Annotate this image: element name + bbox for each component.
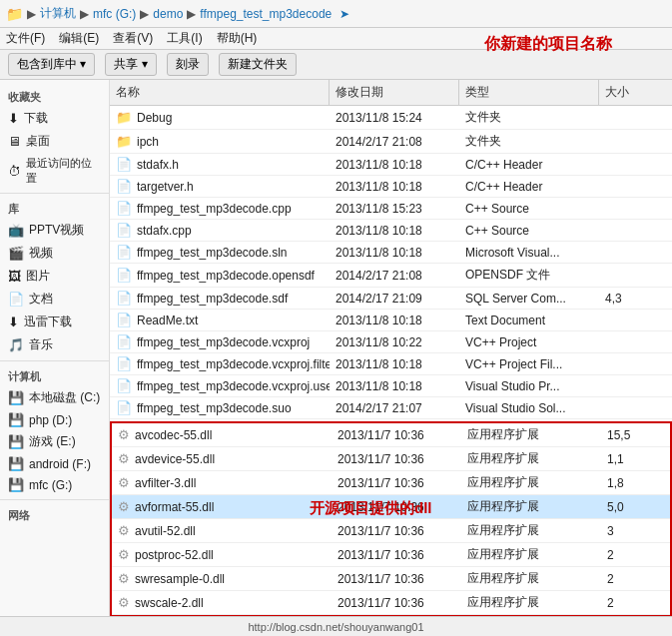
sidebar-item-download[interactable]: ⬇ 下载 bbox=[0, 107, 109, 130]
file-date: 2014/2/17 21:08 bbox=[330, 266, 459, 286]
sidebar-item-xunlei[interactable]: ⬇ 迅雷下载 bbox=[0, 311, 109, 333]
path-computer[interactable]: 计算机 bbox=[40, 5, 76, 22]
annotation-project-name: 你新建的项目名称 bbox=[484, 34, 612, 55]
file-size bbox=[599, 318, 659, 323]
menu-file[interactable]: 文件(F) bbox=[6, 30, 45, 47]
table-row[interactable]: ⚙ swscale-2.dll 2013/11/7 10:36 应用程序扩展 2 bbox=[112, 591, 670, 615]
file-size bbox=[599, 162, 659, 168]
table-row[interactable]: 📄 ffmpeg_test_mp3decode.sln 2013/11/8 10… bbox=[110, 242, 672, 264]
menu-tools[interactable]: 工具(I) bbox=[167, 30, 202, 47]
file-date: 2013/11/8 10:18 bbox=[330, 376, 459, 396]
e-drive-icon: 💾 bbox=[8, 434, 24, 449]
regular-files: 📁 Debug 2013/11/8 15:24 文件夹 📁 ipch 2014/… bbox=[110, 106, 672, 419]
table-row[interactable]: 📁 Debug 2013/11/8 15:24 文件夹 bbox=[110, 106, 672, 130]
table-row[interactable]: 📄 ffmpeg_test_mp3decode.vcxproj.user 201… bbox=[110, 375, 672, 397]
file-icon: 📄 bbox=[116, 400, 132, 415]
table-row[interactable]: ⚙ avfilter-3.dll 2013/11/7 10:36 应用程序扩展 … bbox=[112, 471, 670, 495]
dll-size: 1,8 bbox=[601, 473, 661, 493]
table-row[interactable]: 📁 ipch 2014/2/17 21:08 文件夹 bbox=[110, 130, 672, 154]
table-row[interactable]: 📄 ffmpeg_test_mp3decode.vcxproj 2013/11/… bbox=[110, 331, 672, 353]
dll-name: avdevice-55.dll bbox=[135, 452, 215, 466]
table-row[interactable]: 📄 targetver.h 2013/11/8 10:18 C/C++ Head… bbox=[110, 176, 672, 198]
table-row[interactable]: 📄 ffmpeg_test_mp3decode.opensdf 2014/2/1… bbox=[110, 264, 672, 288]
dll-name: swresample-0.dll bbox=[135, 572, 225, 586]
sidebar-item-desktop[interactable]: 🖥 桌面 bbox=[0, 130, 109, 153]
sidebar-item-documents[interactable]: 📄 文档 bbox=[0, 288, 109, 311]
sidebar-item-pptv[interactable]: 📺 PPTV视频 bbox=[0, 219, 109, 242]
table-row[interactable]: 📄 ffmpeg_test_mp3decode.vcxproj.filters … bbox=[110, 353, 672, 375]
file-type: VC++ Project bbox=[459, 332, 599, 352]
table-row[interactable]: ⚙ swresample-0.dll 2013/11/7 10:36 应用程序扩… bbox=[112, 567, 670, 591]
dll-icon: ⚙ bbox=[118, 547, 130, 562]
file-name: ffmpeg_test_mp3decode.cpp bbox=[137, 202, 292, 216]
path-drive[interactable]: mfc (G:) bbox=[93, 7, 136, 21]
dll-name: postproc-52.dll bbox=[135, 548, 214, 562]
dll-size: 5,0 bbox=[601, 497, 661, 517]
sidebar-label-f: android (F:) bbox=[29, 457, 91, 471]
sidebar: 收藏夹 ⬇ 下载 🖥 桌面 ⏱ 最近访问的位置 库 📺 PPTV视频 🎬 视频 … bbox=[0, 80, 110, 616]
table-row[interactable]: ⚙ avdevice-55.dll 2013/11/7 10:36 应用程序扩展… bbox=[112, 447, 670, 471]
desktop-icon: 🖥 bbox=[8, 134, 21, 149]
sidebar-item-c-drive[interactable]: 💾 本地磁盘 (C:) bbox=[0, 386, 109, 409]
sidebar-label-pptv: PPTV视频 bbox=[29, 222, 84, 239]
sidebar-item-pictures[interactable]: 🖼 图片 bbox=[0, 265, 109, 288]
table-row[interactable]: 📄 ffmpeg_test_mp3decode.suo 2014/2/17 21… bbox=[110, 397, 672, 419]
file-name: Debug bbox=[137, 111, 172, 125]
file-date: 2013/11/8 10:18 bbox=[330, 311, 459, 330]
main-layout: 收藏夹 ⬇ 下载 🖥 桌面 ⏱ 最近访问的位置 库 📺 PPTV视频 🎬 视频 … bbox=[0, 80, 672, 616]
file-size bbox=[599, 139, 659, 145]
table-row[interactable]: ⚙ postproc-52.dll 2013/11/7 10:36 应用程序扩展… bbox=[112, 543, 670, 567]
sidebar-item-g-drive[interactable]: 💾 mfc (G:) bbox=[0, 474, 109, 495]
file-size bbox=[599, 115, 659, 121]
table-row[interactable]: 📄 ReadMe.txt 2013/11/8 10:18 Text Docume… bbox=[110, 310, 672, 331]
new-folder-button[interactable]: 新建文件夹 bbox=[219, 53, 297, 76]
header-size[interactable]: 大小 bbox=[599, 80, 659, 105]
menu-view[interactable]: 查看(V) bbox=[113, 30, 153, 47]
header-name[interactable]: 名称 bbox=[110, 80, 330, 105]
sidebar-item-recent[interactable]: ⏱ 最近访问的位置 bbox=[0, 153, 109, 189]
file-list-header: 名称 修改日期 类型 大小 bbox=[110, 80, 672, 106]
file-type: 文件夹 bbox=[459, 130, 599, 153]
sidebar-label-g: mfc (G:) bbox=[29, 478, 72, 492]
sidebar-label-documents: 文档 bbox=[29, 291, 53, 308]
table-row[interactable]: 📄 stdafx.cpp 2013/11/8 10:18 C++ Source bbox=[110, 220, 672, 242]
sidebar-item-music[interactable]: 🎵 音乐 bbox=[0, 333, 109, 356]
dll-icon: ⚙ bbox=[118, 427, 130, 442]
burn-button[interactable]: 刻录 bbox=[167, 53, 209, 76]
path-project[interactable]: ffmpeg_test_mp3decode bbox=[200, 7, 332, 21]
folder-icon: 📁 bbox=[6, 6, 23, 22]
file-name: ffmpeg_test_mp3decode.sdf bbox=[137, 292, 288, 306]
table-row[interactable]: 📄 ffmpeg_test_mp3decode.sdf 2014/2/17 21… bbox=[110, 288, 672, 310]
table-row[interactable]: ⚙ avutil-52.dll 2013/11/7 10:36 应用程序扩展 3 bbox=[112, 519, 670, 543]
dll-icon: ⚙ bbox=[118, 595, 130, 610]
music-icon: 🎵 bbox=[8, 337, 24, 352]
table-row[interactable]: 📄 stdafx.h 2013/11/8 10:18 C/C++ Header bbox=[110, 154, 672, 176]
pptv-icon: 📺 bbox=[8, 223, 24, 238]
menu-edit[interactable]: 编辑(E) bbox=[59, 30, 99, 47]
file-size bbox=[599, 228, 659, 234]
path-demo[interactable]: demo bbox=[153, 7, 183, 21]
table-row[interactable]: ⚙ avcodec-55.dll 2013/11/7 10:36 应用程序扩展 … bbox=[112, 423, 670, 447]
file-date: 2013/11/8 10:18 bbox=[330, 243, 459, 263]
table-row[interactable]: 📄 ffmpeg_test_mp3decode.cpp 2013/11/8 15… bbox=[110, 198, 672, 220]
file-type: VC++ Project Fil... bbox=[459, 354, 599, 374]
dll-size: 2 bbox=[601, 545, 661, 565]
file-type: C++ Source bbox=[459, 221, 599, 241]
file-name-cell: 📄 ffmpeg_test_mp3decode.cpp bbox=[110, 198, 330, 219]
sidebar-item-e-drive[interactable]: 💾 游戏 (E:) bbox=[0, 430, 109, 453]
sidebar-label-xunlei: 迅雷下载 bbox=[24, 314, 72, 330]
dll-icon: ⚙ bbox=[118, 451, 130, 466]
add-to-library-button[interactable]: 包含到库中 ▾ bbox=[8, 53, 95, 76]
dll-name: avformat-55.dll bbox=[135, 500, 214, 514]
file-icon: 📄 bbox=[116, 378, 132, 393]
share-button[interactable]: 共享 ▾ bbox=[105, 53, 156, 76]
sidebar-item-video[interactable]: 🎬 视频 bbox=[0, 242, 109, 265]
header-date[interactable]: 修改日期 bbox=[330, 80, 459, 105]
file-name-cell: 📄 ffmpeg_test_mp3decode.suo bbox=[110, 397, 330, 418]
sidebar-item-f-drive[interactable]: 💾 android (F:) bbox=[0, 453, 109, 474]
menu-help[interactable]: 帮助(H) bbox=[217, 30, 258, 47]
sidebar-item-d-drive[interactable]: 💾 php (D:) bbox=[0, 409, 109, 430]
header-type[interactable]: 类型 bbox=[459, 80, 599, 105]
file-type: SQL Server Com... bbox=[459, 289, 599, 309]
sidebar-label-video: 视频 bbox=[29, 245, 53, 262]
